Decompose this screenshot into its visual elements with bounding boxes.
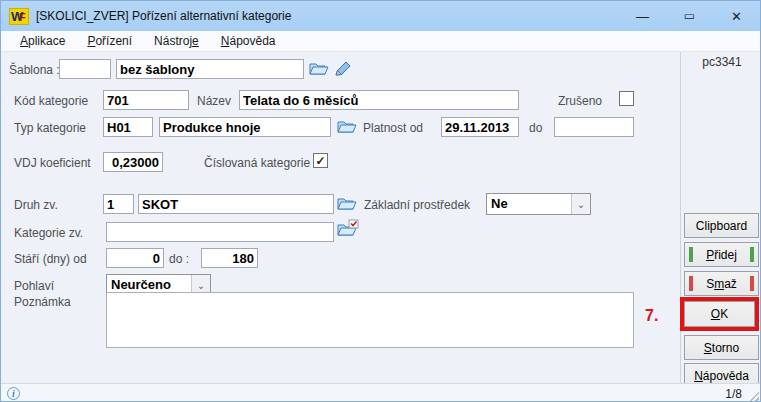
stari-do-input[interactable] <box>201 248 258 268</box>
platnost-do-label: do <box>529 121 542 135</box>
nazev-label: Název <box>197 94 231 108</box>
kategorie-zv-input[interactable] <box>106 222 334 242</box>
poznamka-label: Poznámka <box>14 295 71 309</box>
poznamka-textarea[interactable] <box>106 292 634 348</box>
zakladni-prostredek-value: Ne <box>487 194 571 214</box>
minimize-icon: — <box>636 9 649 24</box>
statusbar: i 1/8 <box>1 383 760 402</box>
typ-kategorie-label: Typ kategorie <box>14 121 86 135</box>
sablona-name-input[interactable] <box>116 59 304 79</box>
vdj-koeficient-label: VDJ koeficient <box>14 156 91 170</box>
cislovana-kategorie-checkbox[interactable]: ✓ <box>313 153 328 168</box>
menu-item-napoveda[interactable]: Nápověda <box>210 32 287 50</box>
pridej-green-bar-icon <box>689 247 693 262</box>
titlebar: W F [SKOLICI_ZVER] Pořízení alternativní… <box>1 1 760 31</box>
platnost-do-input[interactable] <box>554 117 634 137</box>
app-logo-icon: W F <box>9 8 29 25</box>
zakladni-prostredek-select[interactable]: Ne ⌄ <box>486 193 591 215</box>
stari-od-input[interactable] <box>106 248 164 268</box>
menu-item-porizeni[interactable]: Pořízení <box>76 32 143 50</box>
ok-button[interactable]: OK <box>684 301 755 327</box>
pohlavi-label: Pohlaví <box>14 279 54 293</box>
annotation-step-label: 7. <box>645 307 658 325</box>
clipboard-button[interactable]: Clipboard <box>684 213 759 238</box>
zakladni-prostredek-label: Základní prostředek <box>364 198 470 212</box>
close-icon: ✕ <box>731 9 742 24</box>
computer-name: pc3341 <box>691 55 753 69</box>
stari-do-label: do : <box>169 252 189 266</box>
storno-button[interactable]: Storno <box>684 335 759 360</box>
druh-zv-lookup-folder-icon[interactable] <box>337 195 357 212</box>
template-edit-pencil-icon[interactable] <box>334 60 354 77</box>
druh-zv-label: Druh zv. <box>14 198 58 212</box>
app-logo-letter-f: F <box>19 10 26 25</box>
sablona-label: Šablona : <box>9 63 60 77</box>
nazev-input[interactable] <box>239 90 519 110</box>
platnost-od-input[interactable] <box>441 117 519 137</box>
kategorie-zv-label: Kategorie zv. <box>14 226 83 240</box>
smaz-button[interactable]: Smaž <box>684 271 759 296</box>
close-button[interactable]: ✕ <box>713 1 760 31</box>
maximize-button[interactable]: ▭ <box>666 1 713 31</box>
zruseno-label: Zrušeno <box>558 94 602 108</box>
minimize-button[interactable]: — <box>619 1 666 31</box>
cislovana-kategorie-label: Číslovaná kategorie <box>204 156 310 170</box>
resize-grip[interactable] <box>748 391 759 402</box>
page-indicator: 1/8 <box>725 387 742 401</box>
smaz-red-bar-icon <box>750 276 754 291</box>
stari-od-label: Stáří (dny) od <box>14 252 87 266</box>
annotation-highlight-box: OK <box>680 297 759 331</box>
pridej-green-bar-icon <box>750 247 754 262</box>
window-title: [SKOLICI_ZVER] Pořízení alternativní kat… <box>36 9 291 23</box>
maximize-icon: ▭ <box>684 9 695 23</box>
druh-zv-name-input[interactable] <box>138 194 334 214</box>
kod-kategorie-input[interactable] <box>103 90 189 110</box>
smaz-red-bar-icon <box>689 276 693 291</box>
pridej-button[interactable]: Přidej <box>684 242 759 267</box>
sablona-code-input[interactable] <box>59 59 111 79</box>
zruseno-checkbox[interactable] <box>619 91 634 106</box>
typ-kategorie-code-input[interactable] <box>103 117 153 137</box>
druh-zv-code-input[interactable] <box>103 194 134 214</box>
platnost-od-label: Platnost od <box>363 121 423 135</box>
menu-item-aplikace[interactable]: Aplikace <box>9 32 76 50</box>
template-open-folder-icon[interactable] <box>309 60 329 77</box>
vdj-koeficient-input[interactable] <box>103 152 163 172</box>
menubar: Aplikace Pořízení Nástroje Nápověda <box>1 31 760 52</box>
chevron-down-icon: ⌄ <box>571 194 590 214</box>
typ-kategorie-name-input[interactable] <box>159 117 331 137</box>
kod-kategorie-label: Kód kategorie <box>14 94 88 108</box>
menu-item-nastroje[interactable]: Nástroje <box>143 32 210 50</box>
kategorie-zv-lookup-folder-check-icon[interactable] <box>337 219 357 236</box>
info-icon: i <box>7 387 20 400</box>
cislovana-check-glyph: ✓ <box>315 155 325 167</box>
application-window: W F [SKOLICI_ZVER] Pořízení alternativní… <box>0 0 761 402</box>
clipboard-button-label: Clipboard <box>696 219 747 233</box>
typ-kategorie-lookup-folder-icon[interactable] <box>337 118 357 135</box>
panel-divider <box>680 52 681 383</box>
